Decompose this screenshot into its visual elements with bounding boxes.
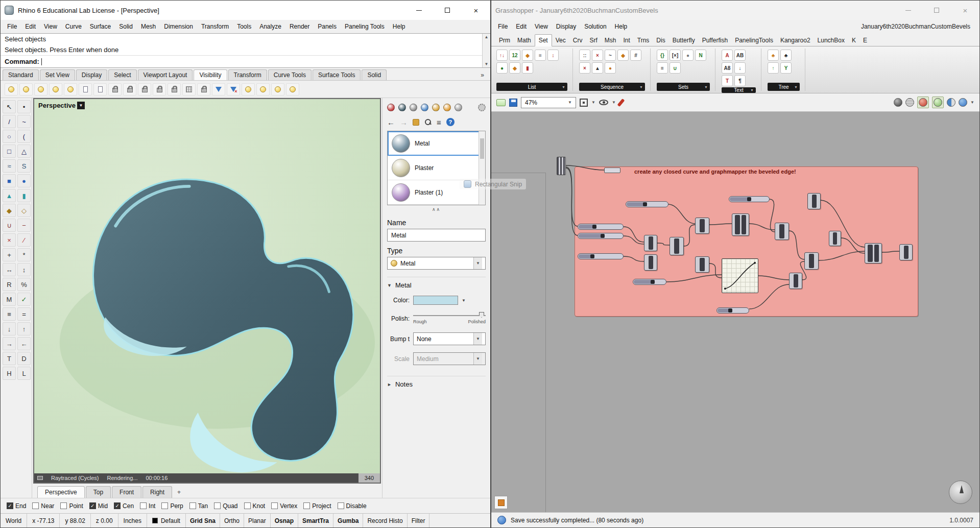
open-file-icon[interactable] [496, 99, 506, 106]
command-input[interactable]: Command: [1, 55, 490, 67]
curve-tool-icon[interactable]: ~ [17, 115, 31, 128]
toolbar-overflow-chevron[interactable]: » [476, 71, 488, 80]
component-node[interactable] [789, 273, 802, 289]
rhino-menu-dimension[interactable]: Dimension [160, 21, 197, 32]
component-icon[interactable]: ▮ [522, 62, 533, 74]
gh-maximize-button[interactable] [922, 1, 951, 20]
bump-select[interactable]: None ▼ [413, 332, 486, 345]
rhino-menu-paneling-tools[interactable]: Paneling Tools [341, 21, 388, 32]
component-node[interactable] [732, 213, 749, 236]
cylinder-tool-icon[interactable]: ▮ [17, 189, 31, 202]
rhino-maximize-button[interactable] [433, 1, 462, 20]
component-icon[interactable]: ≡ [535, 50, 546, 61]
gh-tab-set[interactable]: Set [535, 34, 552, 46]
move-tool-icon[interactable]: ↔ [3, 263, 16, 276]
component-icon[interactable]: N [695, 50, 706, 61]
component-node[interactable] [644, 254, 657, 271]
rhino-menu-file[interactable]: File [4, 21, 20, 32]
status-record-histo[interactable]: Record Histo [363, 514, 407, 527]
doc-lock-icon[interactable] [153, 83, 166, 95]
osnap-int[interactable]: Int [140, 502, 155, 510]
component-icon[interactable]: ● [605, 62, 616, 74]
slider-grip[interactable] [643, 202, 647, 206]
number-slider-node[interactable] [578, 253, 624, 259]
array-tool-icon[interactable]: ≡ [3, 307, 16, 321]
rhino-tab-standard[interactable]: Standard [3, 69, 39, 80]
gh-tab-crv[interactable]: Crv [569, 35, 586, 46]
slider-grip[interactable] [728, 308, 732, 313]
surface-tool-icon[interactable]: ≈ [3, 159, 16, 173]
lock-swap-icon[interactable] [138, 83, 151, 95]
rhino-menu-view[interactable]: View [40, 21, 61, 32]
osnap-checkbox-vertex[interactable] [271, 502, 278, 509]
boolean-difference-tool-icon[interactable]: − [17, 219, 31, 232]
viewport-tab-right[interactable]: Right [142, 486, 172, 498]
component-node[interactable] [899, 244, 913, 260]
doc-light-icon[interactable] [79, 83, 92, 95]
number-slider-node[interactable] [729, 196, 770, 202]
number-slider-node[interactable] [716, 307, 749, 314]
status-ortho[interactable]: Ortho [220, 514, 244, 527]
doc-light-alt-icon[interactable] [93, 83, 107, 95]
component-icon[interactable]: A8 [722, 62, 733, 74]
palette-group-label-sets[interactable]: Sets▼ [657, 83, 710, 91]
polygon-tool-icon[interactable]: △ [17, 145, 31, 158]
grid-lock-icon[interactable] [197, 83, 210, 95]
gh-canvas[interactable]: create any closed curve and graphmapper … [491, 112, 979, 512]
rhino-menu-transform[interactable]: Transform [198, 21, 232, 32]
component-icon[interactable]: ♣ [768, 50, 779, 61]
gh-tab-panelingtools[interactable]: PanelingTools [731, 35, 777, 46]
light-one-icon[interactable] [34, 83, 47, 95]
gh-tab-e[interactable]: E [859, 35, 871, 46]
gh-tab-kangaroo2[interactable]: Kangaroo2 [777, 35, 814, 46]
osnap-cen[interactable]: ✓Cen [114, 502, 134, 510]
mirror-tool-icon[interactable]: M [3, 293, 16, 306]
save-file-icon[interactable] [509, 99, 517, 107]
component-node[interactable] [829, 231, 841, 246]
gh-tab-trns[interactable]: Trns [634, 35, 653, 46]
gh-tab-dis[interactable]: Dis [653, 35, 668, 46]
osnap-checkbox-perp[interactable] [161, 502, 168, 509]
light-objects-icon[interactable] [64, 83, 77, 95]
component-icon[interactable]: ◆ [617, 50, 629, 61]
split-tool-icon[interactable]: ∕ [17, 233, 31, 247]
scroll-down-icon[interactable]: ▼ [485, 62, 489, 66]
notes-section-header[interactable]: ► Notes [387, 376, 486, 388]
component-node[interactable] [807, 193, 821, 209]
rhino-close-button[interactable]: × [462, 1, 490, 20]
osnap-checkbox-mid[interactable]: ✓ [89, 502, 96, 509]
light-isolate-icon[interactable] [49, 83, 62, 95]
status-cplane[interactable]: World [1, 514, 27, 527]
chevron-down-icon[interactable]: ▼ [970, 100, 974, 105]
material-item-plaster[interactable]: Plaster [388, 156, 485, 180]
layers-icon[interactable] [398, 104, 406, 111]
gh-menu-file[interactable]: File [494, 21, 511, 32]
assign-material-icon[interactable] [413, 119, 419, 126]
chevron-down-icon[interactable]: ▼ [591, 100, 595, 105]
rhino-menu-render[interactable]: Render [286, 21, 313, 32]
light-all-icon[interactable] [286, 83, 299, 95]
component-node[interactable] [775, 223, 789, 240]
component-icon[interactable]: AB [734, 50, 746, 61]
project-tool-icon[interactable]: ↓ [3, 322, 16, 335]
paintbrush-icon[interactable] [617, 98, 625, 106]
osnap-tan[interactable]: Tan [189, 502, 208, 510]
rhino-tab-curve-tools[interactable]: Curve Tools [268, 69, 312, 80]
chevron-down-icon[interactable]: ▼ [612, 100, 616, 105]
gh-tab-prm[interactable]: Prm [495, 35, 514, 46]
material-type-select[interactable]: Metal ▼ [387, 257, 486, 270]
osnap-quad[interactable]: Quad [214, 502, 237, 510]
gh-menu-help[interactable]: Help [611, 21, 631, 32]
material-item-metal[interactable]: Metal [388, 131, 485, 156]
component-icon[interactable]: # [630, 50, 641, 61]
gh-minimize-button[interactable] [894, 1, 922, 20]
osnap-checkbox-tan[interactable] [189, 502, 196, 509]
command-scrollbar[interactable]: ▲ ▼ [482, 34, 490, 67]
back-button[interactable]: ← [387, 118, 395, 127]
offset-tool-icon[interactable]: ↕ [17, 263, 31, 276]
rhino-menu-help[interactable]: Help [389, 21, 409, 32]
display-mode-icon[interactable] [959, 98, 967, 107]
gh-group-region[interactable] [575, 166, 918, 317]
rhino-command-area[interactable]: Select objects Select objects. Press Ent… [1, 33, 490, 68]
osnap-end[interactable]: ✓End [7, 502, 26, 510]
